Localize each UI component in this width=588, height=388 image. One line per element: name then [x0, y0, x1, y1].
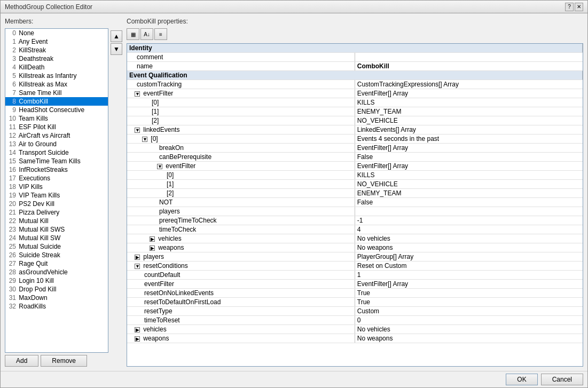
- list-item[interactable]: 3 Deathstreak: [5, 54, 108, 63]
- list-item[interactable]: 8 ComboKill: [5, 97, 108, 106]
- table-row[interactable]: ▼ eventFilter EventFilter[] Array: [127, 89, 583, 98]
- prop-value: No weapons: [355, 243, 582, 252]
- table-row[interactable]: [0] KILLS: [127, 98, 583, 107]
- categorize-button[interactable]: ≡: [154, 28, 167, 40]
- add-button[interactable]: Add: [5, 355, 38, 367]
- members-list[interactable]: 0 None1 Any Event2 KillStreak3 Deathstre…: [5, 28, 108, 353]
- table-row[interactable]: [1] NO_VEHICLE: [127, 180, 583, 189]
- move-up-button[interactable]: ▲: [111, 30, 122, 42]
- table-row[interactable]: ▼ resetConditions Reset on Custom: [127, 262, 583, 271]
- ok-button[interactable]: OK: [506, 374, 537, 385]
- main-content: Members: 0 None1 Any Event2 KillStreak3 …: [1, 13, 587, 371]
- list-item[interactable]: 31 MaxDown: [5, 294, 108, 302]
- left-panel: Members: 0 None1 Any Event2 KillStreak3 …: [5, 18, 122, 367]
- prop-value: 0: [355, 316, 582, 325]
- table-row[interactable]: prereqTimeToCheck -1: [127, 216, 583, 225]
- list-item[interactable]: 13 Air to Ground: [5, 140, 108, 148]
- list-item[interactable]: 19 VIP Team Kills: [5, 191, 108, 200]
- prop-name: resetOnNoLinkedEvents: [144, 289, 214, 297]
- props-grid[interactable]: Identity comment name ComboKill Event Qu…: [127, 43, 583, 367]
- expand-icon[interactable]: ▼: [157, 164, 162, 169]
- expand-icon[interactable]: ▶: [135, 327, 140, 332]
- table-row[interactable]: ▼ [0] Events 4 seconds in the past: [127, 134, 583, 144]
- table-row[interactable]: ▼ linkedEvents LinkedEvents[] Array: [127, 125, 583, 134]
- expand-icon[interactable]: ▶: [135, 255, 140, 260]
- table-row[interactable]: resetOnNoLinkedEvents True: [127, 289, 583, 298]
- table-row[interactable]: ▼ eventFilter EventFilter[] Array: [127, 162, 583, 171]
- table-row[interactable]: [2] ENEMY_TEAM: [127, 189, 583, 198]
- list-item[interactable]: 20 PS2 Dev Kill: [5, 200, 108, 208]
- table-row[interactable]: NOT False: [127, 198, 583, 207]
- prop-value: Reset on Custom: [355, 262, 582, 271]
- expand-icon[interactable]: ▼: [142, 137, 147, 142]
- list-item[interactable]: 26 Suicide Streak: [5, 251, 108, 259]
- table-row[interactable]: [0] KILLS: [127, 171, 583, 180]
- prop-name: breakOn: [159, 144, 184, 152]
- list-item[interactable]: 0 None: [5, 29, 108, 37]
- list-item[interactable]: 7 Same Time Kill: [5, 89, 108, 97]
- prop-value: CustomTrackingExpressions[] Array: [355, 80, 582, 89]
- expand-icon[interactable]: ▶: [135, 336, 140, 342]
- list-item[interactable]: 5 Killstreak as Infantry: [5, 72, 108, 80]
- prop-name: linkedEvents: [143, 126, 179, 133]
- list-item[interactable]: 6 Killstreak as Max: [5, 80, 108, 89]
- table-row: Event Qualification: [127, 71, 583, 80]
- close-button[interactable]: ✕: [575, 3, 583, 11]
- list-item[interactable]: 21 Pizza Delivery: [5, 208, 108, 217]
- list-item[interactable]: 9 HeadShot Consecutive: [5, 106, 108, 114]
- table-row[interactable]: eventFilter EventFilter[] Array: [127, 280, 583, 289]
- table-row[interactable]: timeToCheck 4: [127, 225, 583, 234]
- list-item[interactable]: 29 Login 10 Kill: [5, 276, 108, 285]
- table-row[interactable]: timeToReset 0: [127, 316, 583, 325]
- table-row[interactable]: [2] NO_VEHICLE: [127, 116, 583, 125]
- grid-view-button[interactable]: ▦: [127, 28, 139, 40]
- list-item[interactable]: 32 RoadKills: [5, 302, 108, 311]
- table-row[interactable]: name ComboKill: [127, 62, 583, 71]
- list-item[interactable]: 18 VIP Kills: [5, 183, 108, 191]
- expand-icon[interactable]: ▶: [150, 236, 155, 242]
- sort-az-button[interactable]: A↓: [140, 28, 153, 40]
- list-item[interactable]: 17 Executions: [5, 174, 108, 183]
- expand-icon[interactable]: ▼: [135, 91, 140, 97]
- list-item[interactable]: 23 Mutual Kill SWS: [5, 225, 108, 234]
- list-item[interactable]: 14 Transport Suicide: [5, 148, 108, 157]
- list-item[interactable]: 10 Team Kills: [5, 114, 108, 123]
- prop-name: players: [159, 208, 180, 215]
- table-row[interactable]: ▶ weapons No weapons: [127, 334, 583, 343]
- list-item[interactable]: 1 Any Event: [5, 37, 108, 46]
- table-row[interactable]: countDefault 1: [127, 271, 583, 280]
- table-row[interactable]: ▶ vehicles No vehicles: [127, 234, 583, 243]
- bottom-bar: OK Cancel: [1, 371, 587, 387]
- help-button[interactable]: ?: [565, 3, 574, 11]
- table-row[interactable]: ▶ players PlayerGroup[] Array: [127, 252, 583, 262]
- remove-button[interactable]: Remove: [41, 355, 87, 367]
- table-row[interactable]: customTracking CustomTrackingExpressions…: [127, 80, 583, 89]
- list-item[interactable]: 11 ESF Pilot Kill: [5, 123, 108, 131]
- list-item[interactable]: 24 Mutual Kill SW: [5, 234, 108, 242]
- list-item[interactable]: 30 Drop Pod Kill: [5, 285, 108, 294]
- list-item[interactable]: 22 Mutual Kill: [5, 217, 108, 225]
- table-row[interactable]: ▶ weapons No weapons: [127, 243, 583, 252]
- table-row[interactable]: players: [127, 207, 583, 216]
- list-item[interactable]: 16 InfRocketStreaks: [5, 165, 108, 174]
- table-row[interactable]: resetToDefaultOnFirstLoad True: [127, 298, 583, 307]
- list-item[interactable]: 4 KillDeath: [5, 63, 108, 72]
- expand-icon[interactable]: ▼: [135, 264, 140, 269]
- list-item[interactable]: 25 Mutual Suicide: [5, 242, 108, 251]
- main-window: MethodGroup Collection Editor ? ✕ Member…: [0, 0, 588, 388]
- move-down-button[interactable]: ▼: [111, 43, 122, 55]
- list-item[interactable]: 27 Rage Quit: [5, 259, 108, 268]
- table-row[interactable]: [1] ENEMY_TEAM: [127, 107, 583, 116]
- table-row[interactable]: ▶ vehicles No vehicles: [127, 325, 583, 334]
- table-row[interactable]: breakOn EventFilter[] Array: [127, 144, 583, 153]
- table-row[interactable]: canBePrerequisite False: [127, 153, 583, 162]
- cancel-button[interactable]: Cancel: [541, 374, 583, 385]
- list-item[interactable]: 28 asGroundVehicle: [5, 268, 108, 276]
- expand-icon[interactable]: ▼: [135, 128, 140, 133]
- table-row[interactable]: resetType Custom: [127, 307, 583, 316]
- expand-icon[interactable]: ▶: [150, 246, 155, 251]
- list-item[interactable]: 12 AirCraft vs Aircraft: [5, 131, 108, 140]
- list-item[interactable]: 15 SameTime Team Kills: [5, 157, 108, 165]
- list-item[interactable]: 2 KillStreak: [5, 46, 108, 54]
- table-row[interactable]: comment: [127, 53, 583, 62]
